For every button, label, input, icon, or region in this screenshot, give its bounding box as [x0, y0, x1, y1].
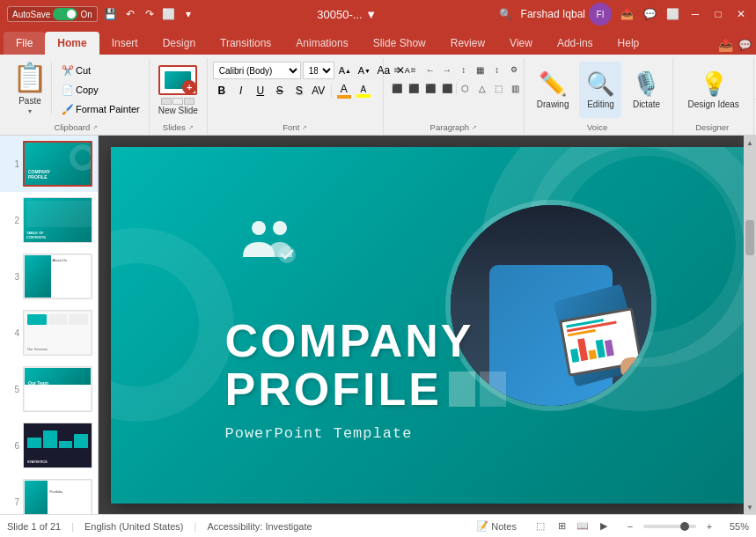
tab-file[interactable]: File: [4, 32, 45, 55]
increase-indent-button[interactable]: →: [439, 62, 455, 77]
slide-canvas[interactable]: COMPANY PROFILE PowerPoint Template: [111, 147, 745, 504]
share-button[interactable]: 📤: [619, 6, 635, 22]
tab-view[interactable]: View: [497, 32, 545, 55]
tab-home[interactable]: Home: [45, 32, 99, 55]
justify-button[interactable]: ⬛: [439, 80, 455, 96]
align-left-button[interactable]: ⬛: [389, 80, 405, 96]
font-expand-icon[interactable]: ↗: [302, 124, 307, 131]
notes-button[interactable]: 📝 Notes: [469, 519, 524, 533]
scroll-thumb[interactable]: [745, 220, 754, 255]
minimize-button[interactable]: ─: [687, 6, 703, 22]
numbered-list-button[interactable]: ≡: [406, 62, 422, 77]
new-slide-button[interactable]: + New Slide: [155, 62, 202, 118]
search-button[interactable]: 🔍: [498, 6, 514, 22]
language[interactable]: English (United States): [84, 521, 184, 532]
reading-view-button[interactable]: 📖: [573, 517, 592, 536]
autosave-badge[interactable]: AutoSave On: [7, 6, 98, 22]
zoom-in-button[interactable]: +: [700, 517, 719, 536]
close-button[interactable]: ✕: [733, 6, 749, 22]
slides-expand-icon[interactable]: ↗: [188, 124, 194, 131]
cut-button[interactable]: ✂️ Cut: [58, 62, 143, 79]
tab-slideshow[interactable]: Slide Show: [361, 32, 438, 55]
decrease-font-button[interactable]: A▼: [356, 62, 373, 79]
font-size-select[interactable]: 18: [303, 62, 334, 79]
text-direction-button[interactable]: ↕: [489, 62, 505, 77]
editing-button[interactable]: 🔍 Editing: [579, 62, 621, 118]
voice-label[interactable]: Voice: [530, 121, 668, 135]
dropdown-arrow[interactable]: ▾: [180, 6, 196, 22]
zoom-out-button[interactable]: −: [620, 517, 640, 536]
clipboard-label[interactable]: Clipboard ↗: [9, 121, 143, 135]
redo-button[interactable]: ↷: [142, 6, 158, 22]
drawing-button[interactable]: ✏️ Drawing: [530, 62, 576, 118]
accessibility[interactable]: Accessibility: Investigate: [207, 521, 312, 532]
character-spacing-button[interactable]: AV: [310, 82, 327, 99]
italic-button[interactable]: I: [232, 82, 250, 99]
clipboard-expand-icon[interactable]: ↗: [92, 124, 98, 131]
scroll-up-button[interactable]: ▲: [744, 136, 756, 150]
slideshow-button[interactable]: ▶: [594, 517, 613, 536]
bold-button[interactable]: B: [213, 82, 231, 99]
slide-thumb-1[interactable]: 1 COMPANYPROFILE: [0, 136, 98, 192]
underline-button[interactable]: U: [252, 82, 269, 99]
slide-thumb-7[interactable]: 7 Portfolio: [0, 474, 98, 514]
design-ideas-button[interactable]: 💡 Design Ideas: [679, 62, 747, 118]
shapes-button[interactable]: △: [474, 80, 490, 96]
arrange-button[interactable]: ⬚: [491, 80, 507, 96]
format-painter-button[interactable]: 🖌️ Format Painter: [58, 100, 143, 118]
slide-thumb-6[interactable]: 6 STATISTICS: [0, 417, 98, 474]
maximize-button[interactable]: □: [710, 6, 726, 22]
paragraph-expand-icon[interactable]: ↗: [472, 124, 477, 131]
tab-addins[interactable]: Add-ins: [545, 32, 606, 55]
quick-styles-button[interactable]: ▥: [508, 80, 524, 96]
undo-button[interactable]: ↶: [122, 6, 138, 22]
paste-dropdown[interactable]: ▾: [28, 107, 32, 115]
ribbon-display[interactable]: ⬜: [664, 6, 680, 22]
font-color-button[interactable]: A: [335, 82, 353, 99]
autosave-toggle[interactable]: [53, 8, 77, 20]
text-shadow-button[interactable]: S: [290, 82, 308, 99]
normal-view-button[interactable]: ⬚: [531, 517, 550, 536]
editing-label: Editing: [587, 99, 614, 109]
slide-panel[interactable]: 1 COMPANYPROFILE 2 TABLE OFCONTENTS 3: [0, 136, 99, 514]
tab-transitions[interactable]: Transitions: [208, 32, 283, 55]
smartart-button[interactable]: ⚙: [506, 62, 522, 77]
tab-animations[interactable]: Animations: [283, 32, 360, 55]
zoom-level[interactable]: 55%: [723, 521, 749, 532]
comments-ribbon-button[interactable]: 💬: [737, 37, 752, 53]
line-spacing-button[interactable]: ↕: [456, 62, 472, 77]
bullet-list-button[interactable]: ≡: [389, 62, 405, 77]
paste-button[interactable]: 📋 Paste ▾: [9, 62, 52, 114]
align-center-button[interactable]: ⬛: [406, 80, 422, 96]
slide-sorter-button[interactable]: ⊞: [552, 517, 571, 536]
save-button[interactable]: 💾: [103, 6, 119, 22]
paragraph-label[interactable]: Paragraph ↗: [389, 121, 518, 135]
columns-button[interactable]: ▦: [473, 62, 488, 77]
dictate-button[interactable]: 🎙️ Dictate: [625, 62, 667, 118]
slides-label[interactable]: Slides ↗: [155, 121, 202, 135]
slide-thumb-5[interactable]: 5 Our Team: [0, 361, 98, 417]
align-right-button[interactable]: ⬛: [422, 80, 438, 96]
strikethrough-button[interactable]: S: [271, 82, 289, 99]
smartart-convert-button[interactable]: ⬡: [458, 80, 473, 96]
font-label[interactable]: Font ↗: [213, 121, 378, 135]
new-label: New Slide: [158, 106, 198, 115]
comments-button[interactable]: 💬: [642, 6, 657, 22]
customize-quick-access[interactable]: ⬜: [161, 6, 177, 22]
tab-design[interactable]: Design: [150, 32, 208, 55]
copy-button[interactable]: 📄 Copy: [58, 81, 143, 99]
tab-review[interactable]: Review: [438, 32, 497, 55]
increase-font-button[interactable]: A▲: [336, 62, 354, 79]
slide-thumb-3[interactable]: 3 About Us: [0, 248, 98, 305]
designer-label[interactable]: Designer: [679, 121, 747, 135]
highlight-color-button[interactable]: A: [355, 82, 372, 99]
font-family-select[interactable]: Calibri (Body): [213, 62, 301, 79]
tab-insert[interactable]: Insert: [99, 32, 150, 55]
tab-help[interactable]: Help: [606, 32, 652, 55]
slide-thumb-2[interactable]: 2 TABLE OFCONTENTS: [0, 192, 98, 248]
decrease-indent-button[interactable]: ←: [422, 62, 438, 77]
share-ribbon-button[interactable]: 📤: [717, 37, 733, 53]
zoom-slider[interactable]: [643, 525, 696, 528]
slide-thumb-4[interactable]: 4 Our Services: [0, 305, 98, 361]
scroll-down-button[interactable]: ▼: [744, 500, 756, 514]
